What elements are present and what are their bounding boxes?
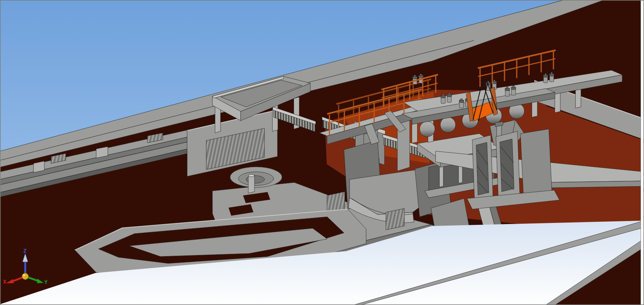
cad-viewport[interactable]: X Y Z <box>0 0 644 305</box>
axis-z-label: Z <box>23 248 26 254</box>
axis-x-label: X <box>3 279 6 285</box>
axis-y-label: Y <box>44 279 48 285</box>
